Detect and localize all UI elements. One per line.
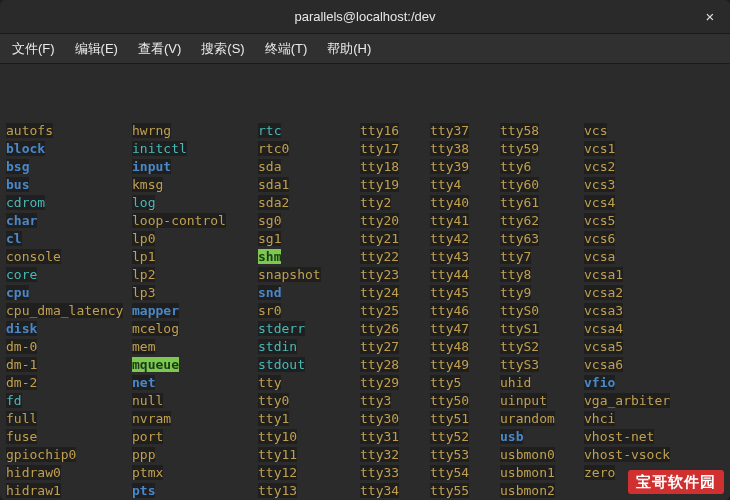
- file-entry: tty29: [360, 374, 430, 392]
- file-entry: cpu_dma_latency: [6, 302, 132, 320]
- menu-view[interactable]: 查看(V): [134, 38, 185, 60]
- listing-row: charloop-controlsg0tty20tty41tty62vcs5: [6, 212, 724, 230]
- file-entry: tty30: [360, 410, 430, 428]
- file-entry: stderr: [258, 320, 360, 338]
- file-entry: tty60: [500, 176, 584, 194]
- file-entry: tty28: [360, 356, 430, 374]
- file-entry: usb: [500, 428, 584, 446]
- file-entry: ttyS2: [500, 338, 584, 356]
- file-entry: bsg: [6, 158, 132, 176]
- file-entry: console: [6, 248, 132, 266]
- file-entry: dm-1: [6, 356, 132, 374]
- listing-row: cdromlogsda2tty2tty40tty61vcs4: [6, 194, 724, 212]
- file-entry: usbmon1: [500, 464, 584, 482]
- menu-terminal[interactable]: 终端(T): [261, 38, 312, 60]
- listing-row: dm-1mqueuestdouttty28tty49ttyS3vcsa6: [6, 356, 724, 374]
- file-entry: tty26: [360, 320, 430, 338]
- file-entry: disk: [6, 320, 132, 338]
- file-entry: tty31: [360, 428, 430, 446]
- file-entry: char: [6, 212, 132, 230]
- file-entry: ttyS0: [500, 302, 584, 320]
- listing-row: hidraw0ptmxtty12tty33tty54usbmon1zero: [6, 464, 724, 482]
- close-icon[interactable]: ×: [700, 6, 720, 26]
- file-entry: dm-0: [6, 338, 132, 356]
- file-entry: tty61: [500, 194, 584, 212]
- menu-search[interactable]: 搜索(S): [197, 38, 248, 60]
- file-entry: tty52: [430, 428, 500, 446]
- file-entry: tty45: [430, 284, 500, 302]
- listing-row: fullnvramtty1tty30tty51urandomvhci: [6, 410, 724, 428]
- listing-row: dm-0memstdintty27tty48ttyS2vcsa5: [6, 338, 724, 356]
- file-entry: urandom: [500, 410, 584, 428]
- file-entry: bus: [6, 176, 132, 194]
- file-entry: vhost-net: [584, 428, 704, 446]
- file-entry: log: [132, 194, 258, 212]
- file-entry: tty51: [430, 410, 500, 428]
- file-entry: fd: [6, 392, 132, 410]
- file-entry: tty34: [360, 482, 430, 500]
- file-entry: ttyS3: [500, 356, 584, 374]
- menu-edit[interactable]: 编辑(E): [71, 38, 122, 60]
- file-entry: tty2: [360, 194, 430, 212]
- file-entry: vga_arbiter: [584, 392, 704, 410]
- file-entry: stdin: [258, 338, 360, 356]
- listing-row: bsginputsdatty18tty39tty6vcs2: [6, 158, 724, 176]
- file-entry: nvram: [132, 410, 258, 428]
- menu-file[interactable]: 文件(F): [8, 38, 59, 60]
- file-entry: mem: [132, 338, 258, 356]
- file-entry: tty1: [258, 410, 360, 428]
- listing-row: cpulp3sndtty24tty45tty9vcsa2: [6, 284, 724, 302]
- file-entry: tty55: [430, 482, 500, 500]
- file-entry: tty48: [430, 338, 500, 356]
- file-entry: vcsa3: [584, 302, 704, 320]
- listing-row: consolelp1shmtty22tty43tty7vcsa: [6, 248, 724, 266]
- file-entry: sda2: [258, 194, 360, 212]
- file-entry: vcsa6: [584, 356, 704, 374]
- terminal-viewport[interactable]: autofshwrngrtctty16tty37tty58vcsblockini…: [0, 64, 730, 500]
- file-entry: ptmx: [132, 464, 258, 482]
- file-entry: tty46: [430, 302, 500, 320]
- file-entry: vcsa: [584, 248, 704, 266]
- listing-row: corelp2snapshottty23tty44tty8vcsa1: [6, 266, 724, 284]
- file-entry: vcsa2: [584, 284, 704, 302]
- file-entry: mcelog: [132, 320, 258, 338]
- file-entry: input: [132, 158, 258, 176]
- file-entry: tty40: [430, 194, 500, 212]
- file-entry: tty10: [258, 428, 360, 446]
- file-entry: kmsg: [132, 176, 258, 194]
- file-entry: cpu: [6, 284, 132, 302]
- file-entry: tty7: [500, 248, 584, 266]
- file-entry: vcs6: [584, 230, 704, 248]
- file-entry: tty50: [430, 392, 500, 410]
- file-entry: sg0: [258, 212, 360, 230]
- file-entry: tty43: [430, 248, 500, 266]
- file-entry: tty8: [500, 266, 584, 284]
- file-entry: lp3: [132, 284, 258, 302]
- listing-row: autofshwrngrtctty16tty37tty58vcs: [6, 122, 724, 140]
- file-entry: tty24: [360, 284, 430, 302]
- file-entry: dm-2: [6, 374, 132, 392]
- file-entry: tty18: [360, 158, 430, 176]
- file-entry: vcsa4: [584, 320, 704, 338]
- file-entry: tty5: [430, 374, 500, 392]
- file-entry: tty59: [500, 140, 584, 158]
- file-entry: stdout: [258, 356, 360, 374]
- file-entry: tty32: [360, 446, 430, 464]
- file-entry: uinput: [500, 392, 584, 410]
- file-entry: core: [6, 266, 132, 284]
- file-entry: tty22: [360, 248, 430, 266]
- file-entry: tty23: [360, 266, 430, 284]
- file-entry: sda: [258, 158, 360, 176]
- menu-help[interactable]: 帮助(H): [323, 38, 375, 60]
- file-entry: tty37: [430, 122, 500, 140]
- file-entry: net: [132, 374, 258, 392]
- file-entry: vcsa5: [584, 338, 704, 356]
- listing-row: fuseporttty10tty31tty52usbvhost-net: [6, 428, 724, 446]
- file-entry: gpiochip0: [6, 446, 132, 464]
- file-entry: vcs5: [584, 212, 704, 230]
- file-entry: vcs4: [584, 194, 704, 212]
- file-entry: tty47: [430, 320, 500, 338]
- file-entry: ppp: [132, 446, 258, 464]
- file-entry: tty62: [500, 212, 584, 230]
- file-entry: sda1: [258, 176, 360, 194]
